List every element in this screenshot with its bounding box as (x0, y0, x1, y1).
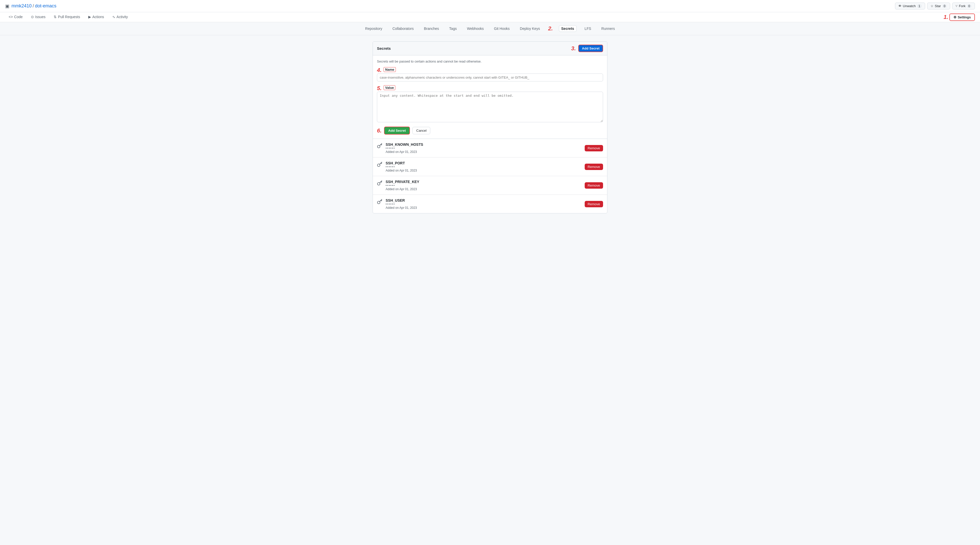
repo-title: mmk2410 / dot-emacs (11, 3, 56, 9)
annotation-4: 4. (377, 67, 382, 73)
secret-name: SSH_KNOWN_HOSTS (386, 142, 423, 147)
settings-icon: ⚙ (953, 15, 956, 19)
subnav-lfs[interactable]: LFS (583, 25, 593, 32)
secret-info: SSH_PRIVATE_KEY •••••• Added on Apr 01, … (377, 180, 419, 191)
star-button[interactable]: ☆ Star 0 (927, 3, 950, 10)
secret-date: Added on Apr 01, 2023 (386, 187, 419, 191)
value-label-wrapper: 5. Value (377, 85, 603, 92)
subnav-branches[interactable]: Branches (422, 25, 441, 32)
tab-pull-requests[interactable]: ⇅ Pull Requests (50, 12, 83, 22)
fork-count: 0 (967, 4, 972, 8)
cancel-button[interactable]: Cancel (412, 127, 430, 134)
star-label: Star (935, 4, 941, 8)
remove-button[interactable]: Remove (585, 201, 603, 207)
tab-issues[interactable]: ⊙ Issues (27, 12, 49, 22)
header-actions: 👁 Unwatch 1 ☆ Star 0 ⑂ Fork 0 (895, 3, 975, 10)
secret-name: SSH_PORT (386, 161, 417, 165)
subnav-tags[interactable]: Tags (447, 25, 459, 32)
pull-requests-icon: ⇅ (54, 15, 57, 19)
name-input[interactable] (377, 73, 603, 81)
tab-code[interactable]: <> Code (5, 12, 26, 22)
tab-actions[interactable]: ▶ Actions (85, 12, 108, 22)
secrets-form: Secrets will be passed to certain action… (373, 56, 607, 139)
settings-label: Settings (958, 15, 971, 19)
form-actions: 6. Add Secret Cancel (377, 127, 603, 134)
secrets-panel-header: Secrets 3. Add Secret (373, 41, 607, 56)
secret-dots: •••••• (386, 202, 417, 206)
star-count: 0 (942, 4, 947, 8)
annotation-1: 1. (943, 14, 948, 21)
key-icon (377, 199, 383, 206)
repo-icon: ▣ (5, 3, 10, 9)
subnav-webhooks[interactable]: Webhooks (465, 25, 486, 32)
value-label: Value (383, 85, 395, 90)
remove-button[interactable]: Remove (585, 164, 603, 170)
secret-dots: •••••• (386, 165, 417, 169)
subnav-secrets[interactable]: Secrets (559, 25, 576, 32)
secret-date: Added on Apr 01, 2023 (386, 150, 423, 154)
secret-item: SSH_PORT •••••• Added on Apr 01, 2023 Re… (373, 158, 607, 176)
main-content: Secrets 3. Add Secret Secrets will be pa… (368, 41, 612, 214)
secrets-list: SSH_KNOWN_HOSTS •••••• Added on Apr 01, … (373, 139, 607, 213)
add-secret-submit-button[interactable]: Add Secret (384, 127, 410, 134)
secret-item: SSH_USER •••••• Added on Apr 01, 2023 Re… (373, 195, 607, 213)
remove-button[interactable]: Remove (585, 145, 603, 151)
secret-date: Added on Apr 01, 2023 (386, 206, 417, 210)
tab-code-label: Code (14, 15, 22, 19)
name-label: Name (383, 67, 396, 72)
repo-link[interactable]: dot-emacs (35, 3, 56, 9)
settings-button[interactable]: ⚙ Settings (950, 14, 975, 21)
secret-date: Added on Apr 01, 2023 (386, 169, 417, 172)
separator: / (33, 3, 34, 9)
settings-subnav: Repository Collaborators Branches Tags W… (0, 22, 980, 35)
subnav-collaborators[interactable]: Collaborators (390, 25, 416, 32)
header: ▣ mmk2410 / dot-emacs 👁 Unwatch 1 ☆ Star… (0, 0, 980, 12)
remove-button[interactable]: Remove (585, 182, 603, 189)
secret-details: SSH_USER •••••• Added on Apr 01, 2023 (386, 198, 417, 210)
owner-link[interactable]: mmk2410 (11, 3, 32, 9)
fork-label: Fork (959, 4, 966, 8)
form-description: Secrets will be passed to certain action… (377, 59, 603, 63)
secret-details: SSH_PRIVATE_KEY •••••• Added on Apr 01, … (386, 180, 419, 191)
subnav-repository[interactable]: Repository (363, 25, 384, 32)
subnav-deploy-keys[interactable]: Deploy Keys (518, 25, 542, 32)
nav-tabs: <> Code ⊙ Issues ⇅ Pull Requests ▶ Actio… (0, 12, 980, 22)
fork-icon: ⑂ (956, 4, 958, 8)
secret-details: SSH_PORT •••••• Added on Apr 01, 2023 (386, 161, 417, 172)
unwatch-label: Unwatch (903, 4, 916, 8)
fork-button[interactable]: ⑂ Fork 0 (952, 3, 975, 10)
name-label-wrapper: 4. Name (377, 67, 603, 73)
subnav-git-hooks[interactable]: Git Hooks (492, 25, 512, 32)
tab-activity[interactable]: ∿ Activity (109, 12, 131, 22)
secrets-panel: Secrets 3. Add Secret Secrets will be pa… (372, 41, 608, 214)
unwatch-button[interactable]: 👁 Unwatch 1 (895, 3, 925, 10)
actions-icon: ▶ (88, 15, 91, 19)
secrets-panel-title: Secrets (377, 46, 391, 51)
add-secret-header-button[interactable]: Add Secret (578, 45, 603, 52)
secret-info: SSH_USER •••••• Added on Apr 01, 2023 (377, 198, 417, 210)
value-textarea[interactable] (377, 92, 603, 122)
key-icon (377, 162, 383, 169)
tab-issues-label: Issues (35, 15, 45, 19)
annotation-6: 6. (377, 127, 382, 134)
secret-info: SSH_PORT •••••• Added on Apr 01, 2023 (377, 161, 417, 172)
unwatch-count: 1 (917, 4, 922, 8)
secret-item: SSH_KNOWN_HOSTS •••••• Added on Apr 01, … (373, 139, 607, 158)
tab-pull-requests-label: Pull Requests (58, 15, 80, 19)
tab-actions-label: Actions (92, 15, 104, 19)
secret-info: SSH_KNOWN_HOSTS •••••• Added on Apr 01, … (377, 142, 423, 154)
issues-icon: ⊙ (31, 15, 34, 19)
subnav-runners[interactable]: Runners (599, 25, 617, 32)
tab-activity-label: Activity (117, 15, 128, 19)
key-icon (377, 180, 383, 187)
name-form-group: 4. Name (377, 67, 603, 81)
annotation-3: 3. (571, 45, 576, 52)
key-icon (377, 143, 383, 150)
activity-icon: ∿ (112, 15, 115, 19)
secret-details: SSH_KNOWN_HOSTS •••••• Added on Apr 01, … (386, 142, 423, 154)
unwatch-icon: 👁 (898, 4, 902, 8)
value-form-group: 5. Value (377, 85, 603, 123)
header-left: ▣ mmk2410 / dot-emacs (5, 3, 56, 9)
secret-dots: •••••• (386, 147, 423, 150)
star-icon: ☆ (931, 4, 934, 8)
